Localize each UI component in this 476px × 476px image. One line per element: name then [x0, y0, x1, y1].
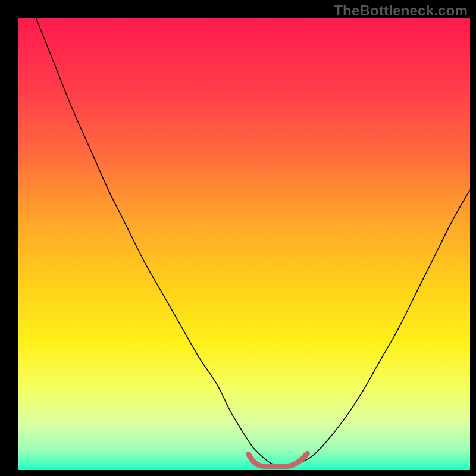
- chart-svg: [0, 0, 476, 476]
- watermark-text: TheBottleneck.com: [334, 2, 468, 19]
- chart-canvas: TheBottleneck.com: [0, 0, 476, 476]
- plot-background: [18, 18, 470, 470]
